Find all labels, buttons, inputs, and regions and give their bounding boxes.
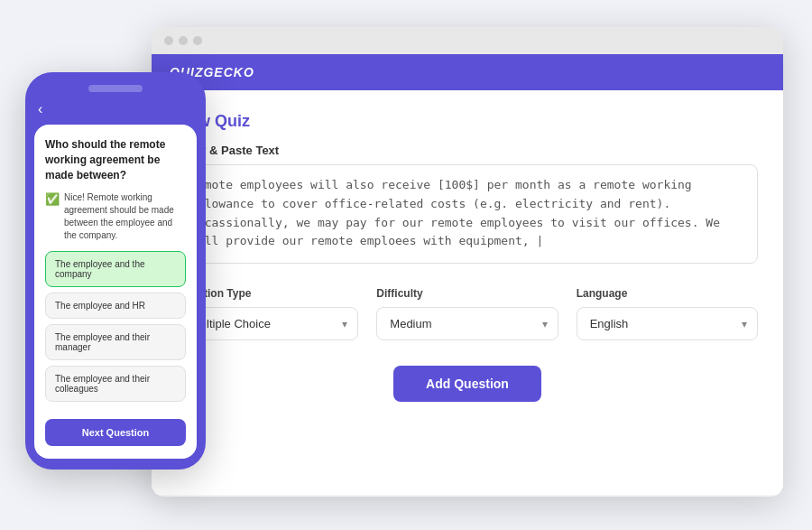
app-header: QUIZGECKO: [152, 54, 783, 90]
phone-options: The employee and the company The employe…: [45, 251, 186, 412]
language-select[interactable]: English Spanish French German: [577, 307, 758, 340]
browser-dot-1: [164, 36, 173, 45]
option-2[interactable]: The employee and HR: [45, 293, 186, 319]
browser-dot-2: [179, 36, 188, 45]
dropdowns-row: Question Type Multiple Choice True/False…: [177, 287, 758, 340]
browser-window: QUIZGECKO New Quiz Copy & Paste Text Que…: [152, 27, 783, 497]
option-1[interactable]: The employee and the company: [45, 251, 186, 287]
text-input[interactable]: [177, 164, 758, 264]
feedback-text: Nice! Remote working agreement should be…: [64, 191, 186, 242]
difficulty-wrapper[interactable]: Easy Medium Hard ▾: [376, 307, 558, 340]
phone-content: Who should the remote working agreement …: [34, 125, 197, 459]
next-question-button[interactable]: Next Question: [45, 419, 186, 446]
option-3[interactable]: The employee and their manager: [45, 324, 186, 360]
mobile-phone: ‹ Who should the remote working agreemen…: [25, 72, 206, 470]
difficulty-label: Difficulty: [376, 287, 558, 300]
phone-notch: [88, 85, 143, 92]
back-button[interactable]: ‹: [34, 101, 197, 117]
option-4[interactable]: The employee and their colleagues: [45, 366, 186, 402]
language-label: Language: [577, 287, 758, 300]
difficulty-select[interactable]: Easy Medium Hard: [376, 307, 558, 340]
browser-titlebar: [152, 27, 783, 54]
difficulty-group: Difficulty Easy Medium Hard ▾: [376, 287, 558, 340]
check-icon: ✅: [45, 192, 60, 206]
add-question-button[interactable]: Add Question: [393, 366, 541, 402]
browser-dot-3: [193, 36, 202, 45]
page-title: New Quiz: [177, 112, 758, 131]
language-wrapper[interactable]: English Spanish French German ▾: [577, 307, 758, 340]
language-group: Language English Spanish French German ▾: [577, 287, 758, 340]
app-content: New Quiz Copy & Paste Text Question Type…: [152, 90, 783, 495]
phone-question: Who should the remote working agreement …: [45, 137, 186, 182]
answer-feedback: ✅ Nice! Remote working agreement should …: [45, 191, 186, 242]
copy-paste-label: Copy & Paste Text: [177, 144, 758, 157]
